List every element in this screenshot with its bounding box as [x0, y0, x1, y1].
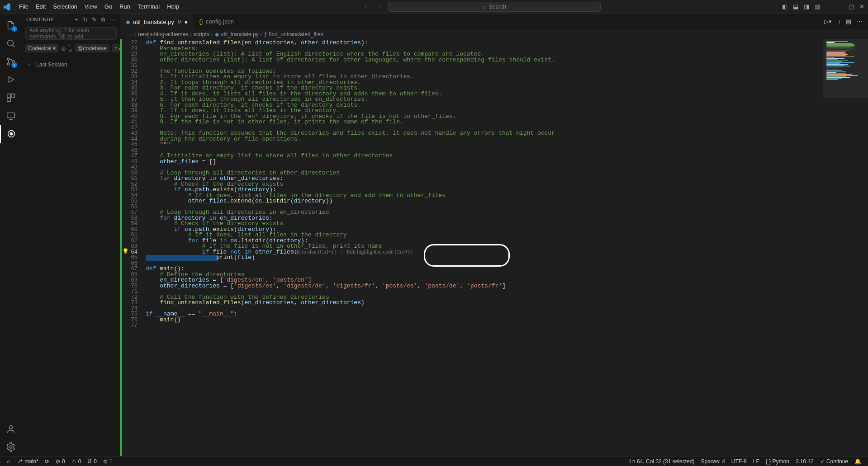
status-broadcast[interactable]: ⊚1: [100, 458, 116, 465]
status-spaces-4[interactable]: Spaces: 4: [697, 458, 728, 465]
code-line[interactable]: """: [146, 142, 823, 148]
menu-file[interactable]: File: [15, 1, 32, 12]
breadcrumb-segment[interactable]: scripts: [194, 31, 209, 38]
menu-view[interactable]: View: [81, 1, 101, 12]
window-minimize-icon[interactable]: —: [837, 3, 843, 10]
code-line[interactable]: find_untranslated_files(en_directories, …: [146, 300, 823, 306]
tab-util_translate-py[interactable]: ◆util_translate.pyM ●: [120, 14, 194, 29]
activity-explorer[interactable]: 1: [0, 16, 22, 34]
status-remote[interactable]: ⌂: [4, 458, 13, 465]
json-file-icon: {}: [199, 18, 203, 25]
activity-settings[interactable]: [0, 438, 22, 456]
status-err[interactable]: ⊘0: [52, 458, 68, 465]
code-editor[interactable]: 2228293031323334353637383940414243444546…: [120, 39, 868, 456]
layout-sidebar-right-icon[interactable]: ◨: [804, 3, 809, 10]
panel-more-icon[interactable]: ⋯: [110, 16, 116, 23]
status-sync[interactable]: ⟳: [42, 458, 52, 465]
status-ports[interactable]: ⇵0: [84, 458, 100, 465]
more-icon[interactable]: ⋯: [857, 18, 863, 25]
menu-help[interactable]: Help: [163, 1, 183, 12]
code-line[interactable]: main(): [146, 317, 823, 323]
code-line[interactable]: def main():: [146, 266, 823, 272]
code-line[interactable]: # Initialize an empty list to store all …: [146, 153, 823, 159]
activity-run-debug[interactable]: [0, 71, 22, 89]
code-line[interactable]: [146, 261, 823, 267]
nav-back-icon[interactable]: ←: [364, 3, 370, 10]
status-continue[interactable]: ✓Continue: [817, 458, 851, 465]
status-branch[interactable]: ⎇main*: [13, 458, 42, 465]
menu-run[interactable]: Run: [116, 1, 134, 12]
activity-remote[interactable]: [0, 107, 22, 125]
menu-edit[interactable]: Edit: [32, 1, 49, 12]
context-pill[interactable]: @codebase: [75, 44, 109, 52]
comment-icon[interactable]: ✎: [92, 16, 97, 23]
svg-point-11: [9, 446, 12, 448]
status-utf-8[interactable]: UTF-8: [728, 458, 750, 465]
breadcrumb-ellipsis[interactable]: … ›: [128, 31, 136, 38]
code-line[interactable]: other_files.extend(os.listdir(directory)…: [146, 198, 823, 204]
code-line[interactable]: other_directories = ['digests/es', 'dige…: [146, 283, 823, 289]
status-label: 0: [62, 458, 65, 465]
code-line[interactable]: 9. If the file is not in other_files, it…: [146, 119, 823, 125]
status-label: 3.10.12: [796, 458, 814, 465]
breadcrumb-segment[interactable]: nextjs-blog-aithemes: [138, 31, 188, 38]
layout-sidebar-left-icon[interactable]: ◧: [782, 3, 787, 10]
layout-customize-icon[interactable]: ▥: [815, 3, 820, 10]
activity-continue[interactable]: [0, 125, 22, 143]
menu-terminal[interactable]: Terminal: [134, 1, 163, 12]
run-icon[interactable]: ▷▾: [824, 18, 832, 25]
code-text: other_files.extend(os.listdir(directory)…: [146, 198, 333, 204]
split-icon[interactable]: ⫞: [837, 18, 840, 25]
activity-search[interactable]: [0, 34, 22, 52]
minimap-line: [826, 56, 854, 57]
window-maximize-icon[interactable]: ▢: [849, 3, 854, 10]
broadcast-icon: ⊚: [103, 458, 108, 465]
diff-icon[interactable]: ▤: [846, 18, 851, 25]
lightbulb-icon[interactable]: 💡: [122, 249, 129, 255]
command-center-search[interactable]: ⌕ Search: [388, 2, 601, 12]
code-line[interactable]: [146, 323, 823, 329]
status-warn[interactable]: ⚠0: [68, 458, 85, 465]
activity-source-control[interactable]: 1: [0, 52, 22, 71]
breadcrumbs[interactable]: … › nextjs-blog-aithemes › scripts › ◆ u…: [120, 29, 868, 39]
status-3-10-12[interactable]: 3.10.12: [792, 458, 817, 465]
status-bell[interactable]: 🔔: [851, 458, 864, 465]
code-line[interactable]: [146, 306, 823, 312]
codelens-edit-highlighted[interactable]: Edit highlighted code (Ctrl+I).: [346, 249, 413, 255]
code-line[interactable]: other_directories (list): A list of dire…: [146, 57, 823, 63]
window-close-icon[interactable]: ✕: [859, 3, 864, 10]
minimap[interactable]: [823, 39, 868, 456]
code-line[interactable]: during the directory or file operations.: [146, 137, 823, 142]
context-label: @codebase: [77, 45, 106, 52]
line-number: 37: [120, 97, 146, 103]
status-lf[interactable]: LF: [750, 458, 763, 465]
model-selector[interactable]: Codestral ▾: [25, 44, 58, 52]
activity-extensions[interactable]: [0, 89, 22, 107]
tab-config-json[interactable]: {}config.json: [194, 14, 240, 29]
layout-panel-icon[interactable]: ⬓: [793, 3, 798, 10]
context-icon[interactable]: ◎: [61, 45, 66, 52]
activity-accounts[interactable]: [0, 420, 22, 438]
history-icon[interactable]: ↻: [83, 16, 88, 23]
status-ln-64-col-32-31-selected-[interactable]: Ln 64, Col 32 (31 selected): [626, 458, 697, 465]
menu-selection[interactable]: Selection: [49, 1, 81, 12]
breadcrumb-segment[interactable]: util_translate.py: [221, 31, 259, 38]
menu-go[interactable]: Go: [101, 1, 116, 12]
last-session-row[interactable]: ← Last Session: [22, 59, 120, 71]
svg-rect-7: [7, 113, 15, 118]
panel-gear-icon[interactable]: ⚙: [100, 16, 106, 23]
code-lines[interactable]: def find_untranslated_files(en_directori…: [146, 39, 823, 456]
ask-input[interactable]: Ask anything, '/' for slash commands, '@…: [25, 27, 117, 40]
code-line[interactable]: if __name__ == "__main__":: [146, 311, 823, 317]
code-line[interactable]: other_files = []: [146, 159, 823, 165]
status--python[interactable]: { } Python: [763, 458, 792, 465]
new-session-icon[interactable]: ＋: [73, 15, 80, 24]
back-arrow-icon: ←: [27, 61, 33, 68]
codelens-add-to-chat[interactable]: Add to chat (Ctrl+L): [291, 249, 337, 255]
nav-forward-icon[interactable]: →: [376, 3, 382, 10]
minimap-line: [826, 67, 840, 68]
code-line[interactable]: def find_untranslated_files(en_directori…: [146, 40, 823, 46]
code-line[interactable]: print(file): [146, 255, 823, 261]
tab-dirty-dot: ●: [184, 19, 188, 25]
breadcrumb-segment[interactable]: find_untranslated_files: [269, 31, 323, 38]
